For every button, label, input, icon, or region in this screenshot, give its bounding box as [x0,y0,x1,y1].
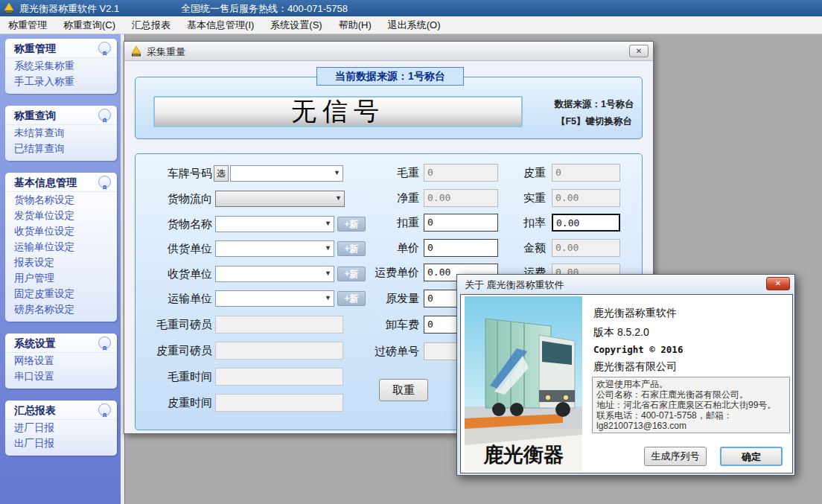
version-text: 版本 8.5.2.0 [593,326,649,339]
sidebar-item-manual-entry[interactable]: 手工录入称重 [5,74,117,89]
sidebar-item-settled-query[interactable]: 已结算查询 [5,141,117,156]
collapse-icon[interactable]: « [98,176,111,188]
copyright-text: Copyright © 2016 [593,344,683,355]
dialog-titlebar[interactable]: 关于 鹿光衡器称重软件 ✕ [457,275,794,294]
collapse-icon[interactable]: « [98,42,111,54]
menu-system-settings[interactable]: 系统设置(S) [262,16,330,34]
sidebar-item-serial-settings[interactable]: 串口设置 [5,369,117,384]
chevron-down-icon: ▼ [325,294,331,302]
app-logo-icon [3,2,15,14]
tare-operator-field [215,342,343,360]
sidebar-item-user-manage[interactable]: 用户管理 [5,270,117,286]
receiver-combo[interactable]: ▼ [215,266,334,282]
sidebar-section-weighing-query: 称重查询 « 未结算查询 已结算查询 [5,106,117,161]
gross-time-field [215,368,343,386]
freight-price-label: 运费单价 [345,264,419,281]
supplier-label: 供货单位 [142,240,212,257]
actual-weight-label: 实重 [474,190,546,206]
deduct-rate-label: 扣率 [474,214,546,231]
collapse-icon[interactable]: « [98,109,111,121]
sidebar-item-goods-name[interactable]: 货物名称设定 [5,192,117,208]
unload-fee-label: 卸车费 [345,316,419,333]
take-weight-button[interactable]: 取重 [379,379,428,401]
section-title: 系统设置 [14,337,56,349]
ok-button[interactable]: 确定 [720,447,783,466]
ticket-no-label: 过磅单号 [345,343,419,360]
sidebar-item-shipper-unit[interactable]: 发货单位设定 [5,208,117,223]
sidebar-item-receiver-unit[interactable]: 收货单位设定 [5,223,117,239]
section-title: 称重查询 [14,109,56,121]
transport-label: 运输单位 [142,290,212,307]
application-window: 鹿光衡器称重软件 V2.1 全国统一售后服务热线：400-071-5758 称重… [0,0,822,504]
menu-weighing-query[interactable]: 称重查询(C) [55,16,124,34]
goods-flow-label: 货物流向 [142,191,212,207]
about-dialog: 关于 鹿光衡器称重软件 ✕ [456,274,795,476]
plate-pick-button[interactable]: 选 [214,165,229,182]
close-icon[interactable]: ✕ [766,277,790,290]
sidebar-item-transport-unit[interactable]: 运输单位设定 [5,239,117,255]
gross-operator-label: 毛重司磅员 [142,316,212,333]
product-name: 鹿光衡器称重软件 [593,307,677,320]
sidebar-item-outbound-daily[interactable]: 出厂日报 [5,436,117,451]
welcome-textbox: 欢迎使用本产品。 公司名称：石家庄鹿光衡器有限公司。 地址：河北省石家庄鹿泉区石… [592,377,790,433]
sidebar-item-unsettled-query[interactable]: 未结算查询 [5,125,117,141]
deduct-rate-input[interactable]: 0.00 [552,214,620,232]
company-name: 鹿光衡器有限公司 [593,360,677,374]
sidebar-item-inbound-daily[interactable]: 进厂日报 [5,420,117,436]
unit-price-label: 单价 [345,240,419,256]
current-source-label: 当前数据来源：1号称台 [316,67,464,86]
generate-serial-button[interactable]: 生成序列号 [644,447,707,466]
chevron-down-icon: ▼ [335,194,342,202]
plate-number-combo[interactable]: ▼ [230,165,343,182]
amount-label: 金额 [474,240,546,256]
scale-logo-icon [130,45,142,57]
window-title: 采集重量 [147,45,185,59]
goods-flow-combo[interactable]: ▼ [215,191,345,207]
close-icon[interactable]: ✕ [629,45,649,57]
sidebar-item-report-setting[interactable]: 报表设定 [5,255,117,270]
chevron-down-icon: ▼ [334,169,340,176]
supplier-combo[interactable]: ▼ [215,240,334,257]
sidebar-section-weighing-manage: 称重管理 « 系统采集称重 手工录入称重 [5,39,117,94]
chevron-down-icon: ▼ [325,269,331,277]
transport-combo[interactable]: ▼ [215,290,334,307]
hotline-text: 全国统一售后服务热线：400-071-5758 [181,2,348,16]
sidebar-section-basic-info: 基本信息管理 « 货物名称设定 发货单位设定 收货单位设定 运输单位设定 报表设… [5,173,117,322]
chevron-down-icon: ▼ [325,244,331,252]
amount-value: 0.00 [552,239,620,257]
truck-image: 鹿光衡器 [465,296,582,471]
sidebar-item-fixed-tare[interactable]: 固定皮重设定 [5,286,117,302]
menu-summary-report[interactable]: 汇总报表 [124,16,179,34]
tare-weight-value: 0 [552,164,620,182]
menu-basic-info[interactable]: 基本信息管理(I) [179,16,262,34]
tare-weight-label: 皮重 [474,165,546,181]
actual-weight-value: 0.00 [552,189,620,207]
plate-number-label: 车牌号码 [142,165,212,182]
menu-help[interactable]: 帮助(H) [331,16,380,34]
gross-operator-field [215,316,343,334]
section-title: 基本信息管理 [14,176,77,188]
chevron-down-icon: ▼ [325,220,331,227]
window-titlebar[interactable]: 采集重量 ✕ [124,42,653,61]
goods-name-combo[interactable]: ▼ [215,216,334,232]
gross-weight-label: 毛重 [345,165,419,181]
sidebar-item-scale-house-name[interactable]: 磅房名称设定 [5,302,117,317]
section-title: 称重管理 [14,42,56,54]
collapse-icon[interactable]: « [98,336,111,349]
sidebar-section-system-settings: 系统设置 « 网络设置 串口设置 [5,334,117,389]
collapse-icon[interactable]: « [98,403,111,416]
sidebar-section-summary-report: 汇总报表 « 进厂日报 出厂日报 [5,401,117,456]
sidebar-item-system-capture[interactable]: 系统采集称重 [5,58,117,74]
menu-weighing-manage[interactable]: 称重管理 [0,16,55,34]
weight-display: 无信号 [153,96,523,127]
section-title: 汇总报表 [14,404,56,416]
net-weight-label: 净重 [345,190,419,206]
menubar: 称重管理 称重查询(C) 汇总报表 基本信息管理(I) 系统设置(S) 帮助(H… [0,16,822,34]
source-info-line1: 数据来源：1号称台 [538,98,650,111]
menu-exit[interactable]: 退出系统(O) [380,16,449,34]
brand-caption: 鹿光衡器 [482,444,564,466]
tare-time-field [215,394,343,412]
sidebar: 称重管理 « 系统采集称重 手工录入称重 称重查询 « 未结算查询 已结算查询 … [0,34,121,504]
sidebar-item-network-settings[interactable]: 网络设置 [5,353,117,369]
dialog-title: 关于 鹿光衡器称重软件 [465,278,564,292]
